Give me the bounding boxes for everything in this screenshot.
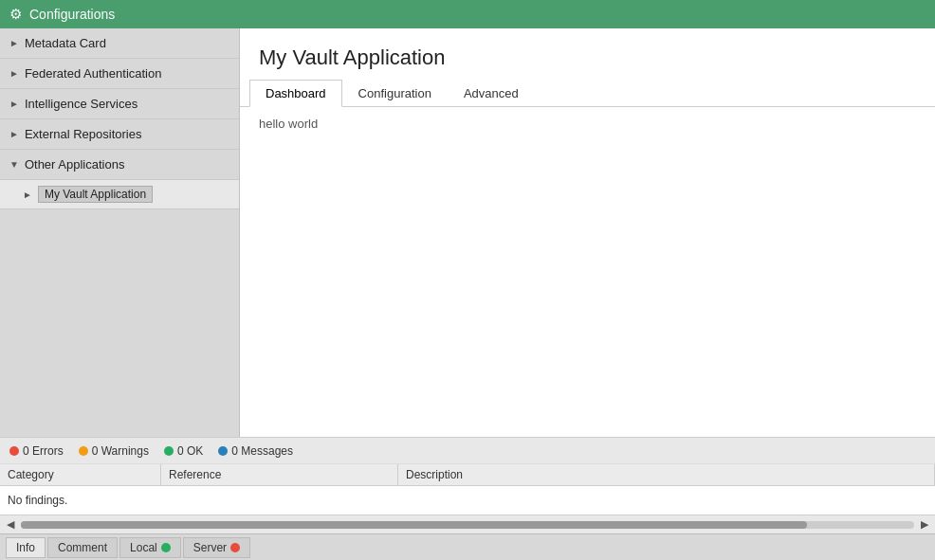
bottom-tab-server[interactable]: Server <box>183 537 250 558</box>
warning-dot <box>79 446 88 456</box>
content-header: My Vault Application <box>240 28 935 80</box>
hello-world-text: hello world <box>259 117 318 131</box>
sidebar-item-other-applications[interactable]: ▼ Other Applications <box>0 150 239 180</box>
bottom-tab-server-label: Server <box>193 541 227 554</box>
sidebar-item-label: Federated Authentication <box>25 66 162 81</box>
tab-advanced[interactable]: Advanced <box>448 80 535 107</box>
error-dot <box>9 446 19 456</box>
ok-dot <box>164 446 174 456</box>
messages-count: 0 Messages <box>231 444 293 458</box>
content-body: hello world <box>240 107 935 437</box>
sidebar-item-intelligence-services[interactable]: ► Intelligence Services <box>0 89 239 119</box>
col-reference-header: Reference <box>161 464 398 485</box>
content-area: My Vault Application Dashboard Configura… <box>240 28 935 437</box>
tabs-bar: Dashboard Configuration Advanced <box>240 80 935 107</box>
sub-arrow: ► <box>23 190 32 200</box>
bottom-tabs: Info Comment Local Server <box>0 533 935 560</box>
sidebar: ► Metadata Card ► Federated Authenticati… <box>0 28 240 437</box>
bottom-tab-comment-label: Comment <box>58 541 107 554</box>
bottom-tab-local[interactable]: Local <box>119 537 181 558</box>
sidebar-sub-item-my-vault-application[interactable]: ► My Vault Application <box>0 180 239 209</box>
col-description-header: Description <box>398 464 935 485</box>
status-bar: 0 Errors 0 Warnings 0 OK 0 Messages <box>0 437 935 463</box>
scroll-track[interactable] <box>21 521 914 529</box>
sidebar-item-label: External Repositories <box>25 127 142 141</box>
tab-dashboard[interactable]: Dashboard <box>249 80 342 107</box>
sidebar-item-federated-authentication[interactable]: ► Federated Authentication <box>0 59 239 89</box>
sidebar-item-label: Other Applications <box>25 157 125 172</box>
ok-status: 0 OK <box>164 444 203 458</box>
ok-count: 0 OK <box>177 444 203 458</box>
expand-arrow: ► <box>9 68 19 79</box>
main-area: ► Metadata Card ► Federated Authenticati… <box>0 28 935 437</box>
page-title: My Vault Application <box>259 45 916 70</box>
sub-item-label: My Vault Application <box>38 186 153 203</box>
collapse-arrow: ▼ <box>9 159 19 170</box>
errors-status: 0 Errors <box>9 444 64 458</box>
sidebar-item-label: Intelligence Services <box>25 97 138 111</box>
sidebar-item-label: Metadata Card <box>25 36 106 50</box>
expand-arrow: ► <box>9 129 19 139</box>
bottom-tab-local-label: Local <box>130 541 157 554</box>
bottom-tab-comment[interactable]: Comment <box>47 537 118 558</box>
sidebar-item-metadata-card[interactable]: ► Metadata Card <box>0 28 239 59</box>
server-status-dot <box>230 543 240 552</box>
findings-area: Category Reference Description No findin… <box>0 463 935 515</box>
expand-arrow: ► <box>9 99 19 109</box>
messages-dot <box>218 446 228 456</box>
scroll-left-arrow[interactable]: ◀ <box>4 518 17 531</box>
title-bar: ⚙ Configurations <box>0 0 935 28</box>
scrollbar-area[interactable]: ◀ ▶ <box>0 515 935 533</box>
findings-body: No findings. <box>0 486 935 515</box>
no-findings-text: No findings. <box>8 494 67 507</box>
sidebar-item-external-repositories[interactable]: ► External Repositories <box>0 119 239 150</box>
scroll-thumb[interactable] <box>21 521 807 529</box>
local-status-dot <box>161 543 171 552</box>
messages-status: 0 Messages <box>218 444 293 458</box>
warnings-count: 0 Warnings <box>92 444 149 458</box>
tab-configuration[interactable]: Configuration <box>342 80 448 107</box>
findings-header: Category Reference Description <box>0 464 935 486</box>
gear-icon: ⚙ <box>9 6 22 23</box>
bottom-tab-info[interactable]: Info <box>6 537 46 558</box>
app-title: Configurations <box>29 7 115 22</box>
errors-count: 0 Errors <box>23 444 64 458</box>
bottom-tab-info-label: Info <box>16 541 35 554</box>
warnings-status: 0 Warnings <box>79 444 149 458</box>
expand-arrow: ► <box>9 38 19 48</box>
col-category-header: Category <box>0 464 161 485</box>
scroll-right-arrow[interactable]: ▶ <box>918 518 931 531</box>
